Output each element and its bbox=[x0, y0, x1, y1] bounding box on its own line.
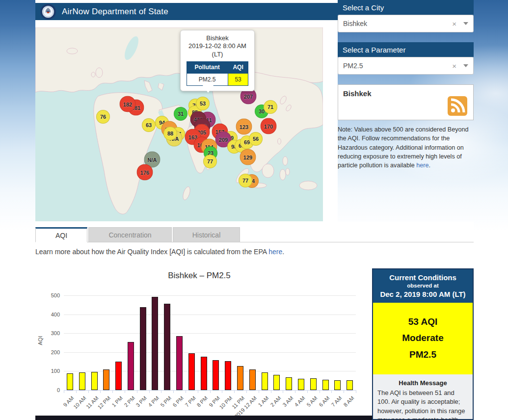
current-conditions-panel: Current Conditions observed at Dec 2, 20… bbox=[372, 268, 474, 420]
chart-bar[interactable] bbox=[298, 379, 304, 390]
chart-bar[interactable] bbox=[249, 369, 256, 390]
chart-x-tick bbox=[173, 390, 174, 393]
chart-x-label: 11 AM bbox=[85, 395, 100, 410]
chart-bar[interactable] bbox=[91, 372, 98, 390]
aqi-note: Note: Values above 500 are considered Be… bbox=[338, 125, 475, 170]
chart-x-label: 6 AM bbox=[318, 395, 330, 408]
chart-bar[interactable] bbox=[286, 377, 292, 390]
chart-x-label: 2 PM bbox=[123, 395, 136, 408]
map-marker[interactable]: 31 bbox=[174, 107, 187, 121]
chart-bar[interactable] bbox=[262, 372, 268, 390]
tooltip-table: Pollutant AQI PM2.5 53 bbox=[187, 61, 249, 86]
chart-bar[interactable] bbox=[322, 380, 329, 390]
chart-ytick: 500 bbox=[43, 292, 60, 298]
tooltip-datetime: 2019-12-02 8:00 AM (LT) bbox=[184, 42, 251, 58]
tab-aqi[interactable]: AQI bbox=[35, 227, 87, 242]
chart-x-tick bbox=[344, 390, 344, 393]
chart-x-tick bbox=[295, 390, 295, 393]
chart-bar[interactable] bbox=[347, 380, 353, 391]
chart-x-tick bbox=[307, 390, 308, 393]
map-marker[interactable]: 123 bbox=[236, 119, 252, 135]
chart-bar[interactable] bbox=[188, 353, 195, 390]
chart-bar[interactable] bbox=[334, 380, 341, 390]
world-map[interactable]: 18118276639413687N/A88317985211410329205… bbox=[35, 27, 323, 221]
chart-bar[interactable] bbox=[140, 307, 146, 390]
chart-gridline bbox=[64, 295, 356, 296]
map-marker[interactable]: 170 bbox=[261, 118, 277, 134]
note-here-link[interactable]: here bbox=[416, 162, 428, 169]
cc-subtitle: observed at bbox=[375, 283, 471, 289]
chart-bar[interactable] bbox=[225, 361, 231, 390]
chart-x-label: 3 AM bbox=[281, 395, 294, 408]
chart-bar[interactable] bbox=[201, 357, 207, 390]
city-clear-icon[interactable]: × bbox=[452, 20, 456, 28]
chart-x-label: 10 PM bbox=[218, 395, 233, 410]
chart-bar[interactable] bbox=[67, 373, 73, 390]
map-marker[interactable]: 76 bbox=[96, 110, 110, 124]
city-select-value: Bishkek bbox=[343, 20, 452, 27]
chart-x-tick bbox=[210, 390, 211, 393]
map-marker[interactable]: 129 bbox=[240, 149, 256, 165]
select-city-header: Select a City bbox=[338, 0, 474, 15]
chart-x-label: 5 AM bbox=[305, 395, 318, 408]
chart-bar[interactable] bbox=[176, 336, 183, 390]
parameter-clear-icon[interactable]: × bbox=[452, 62, 456, 70]
map-marker[interactable]: 71 bbox=[264, 100, 277, 114]
current-conditions-header: Current Conditions observed at Dec 2, 20… bbox=[373, 269, 473, 303]
chart-bar[interactable] bbox=[213, 360, 219, 390]
city-select[interactable]: Bishkek × bbox=[338, 15, 474, 32]
chart-x-label: 5 PM bbox=[160, 395, 173, 408]
app-header: AirNow Department of State bbox=[35, 3, 338, 20]
chart-bar[interactable] bbox=[164, 304, 170, 390]
parameter-chevron-down-icon[interactable] bbox=[463, 64, 468, 67]
chart-bar[interactable] bbox=[115, 362, 122, 390]
chart-bar[interactable] bbox=[103, 369, 109, 390]
chart-x-label: 8 AM bbox=[342, 395, 355, 408]
cc-datetime: Dec 2, 2019 8:00 AM (LT) bbox=[375, 290, 471, 298]
chart-x-label: 8 PM bbox=[196, 395, 209, 408]
chart-x-label: 7 PM bbox=[184, 395, 197, 408]
chart-x-tick bbox=[76, 390, 77, 393]
chart-x-label: 3 PM bbox=[135, 395, 148, 408]
map-marker[interactable]: 77 bbox=[239, 174, 252, 187]
chart-title: Bishkek – PM2.5 bbox=[35, 271, 363, 281]
learn-more-suffix: . bbox=[282, 248, 284, 256]
cc-category: Moderate bbox=[373, 330, 473, 346]
map-marker[interactable]: 182 bbox=[120, 96, 136, 112]
chart-x-tick bbox=[137, 390, 137, 393]
chart-bar[interactable] bbox=[152, 297, 158, 390]
chart-ytick: 0 bbox=[43, 387, 60, 393]
chart-bar[interactable] bbox=[237, 366, 243, 390]
cc-health-title: Health Message bbox=[373, 374, 473, 389]
chart-gridline bbox=[64, 333, 356, 334]
chart-bar[interactable] bbox=[128, 342, 134, 390]
chart-ytick: 200 bbox=[43, 349, 60, 355]
tab-concentration[interactable]: Concentration bbox=[88, 227, 172, 242]
chart-x-label: 7 AM bbox=[330, 395, 343, 408]
chart-x-tick bbox=[356, 390, 356, 393]
tooltip-city: Bishkek bbox=[184, 34, 251, 42]
map-marker[interactable]: 77 bbox=[203, 155, 217, 168]
chart-bar[interactable] bbox=[79, 372, 85, 390]
parameter-select[interactable]: PM2.5 × bbox=[338, 57, 474, 75]
map-marker[interactable]: 176 bbox=[137, 164, 153, 181]
chart-x-tick bbox=[125, 390, 125, 393]
chart-x-tick bbox=[198, 390, 198, 393]
tab-historical[interactable]: Historical bbox=[173, 227, 240, 242]
map-marker[interactable]: 88 bbox=[163, 127, 177, 140]
chart-x-label: 12 PM bbox=[96, 395, 111, 410]
cc-aqi-value: 53 AQI bbox=[373, 314, 473, 330]
chart-x-label: 6 PM bbox=[171, 395, 185, 408]
rss-icon[interactable] bbox=[448, 96, 467, 116]
epa-here-link[interactable]: here bbox=[268, 248, 282, 256]
chart-ytick: 300 bbox=[43, 330, 60, 336]
map-marker[interactable]: 63 bbox=[142, 118, 156, 132]
chart-bar[interactable] bbox=[273, 375, 280, 390]
chart-bar[interactable] bbox=[310, 378, 317, 390]
chart-y-axis-title: AQI bbox=[37, 321, 43, 360]
chart-x-tick bbox=[112, 390, 113, 393]
select-parameter-label: Select a Parameter bbox=[343, 46, 405, 54]
chart-x-tick bbox=[100, 390, 101, 393]
city-chevron-down-icon[interactable] bbox=[463, 22, 468, 25]
map-marker[interactable]: 56 bbox=[249, 132, 263, 146]
